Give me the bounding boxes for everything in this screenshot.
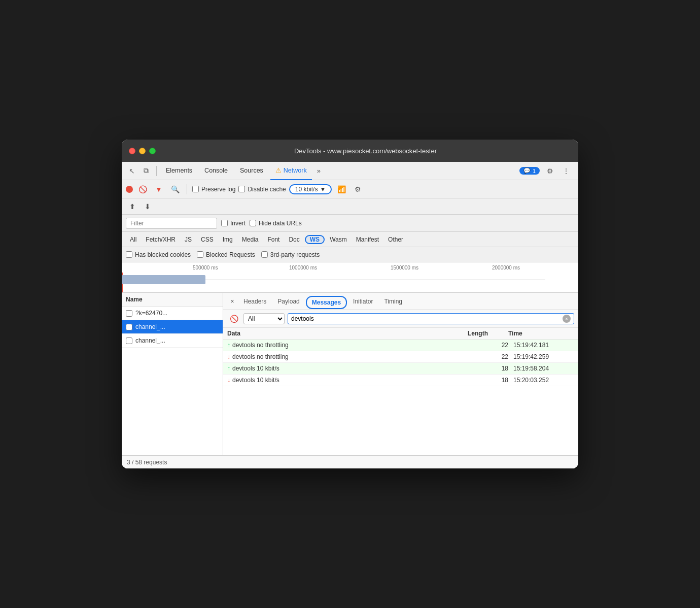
message-data-2: ↓ devtools no throttling bbox=[227, 353, 468, 360]
tab-timing[interactable]: Timing bbox=[379, 293, 407, 310]
tab-elements[interactable]: Elements bbox=[161, 162, 197, 180]
hide-data-urls-checkbox[interactable] bbox=[250, 220, 256, 226]
type-img[interactable]: Img bbox=[219, 235, 237, 244]
hide-data-urls-label[interactable]: Hide data URLs bbox=[250, 220, 302, 227]
nav-toolbar: ↖ ⧉ Elements Console Sources ⚠ Network »… bbox=[122, 162, 578, 180]
upload-arrow-icon: ↑ bbox=[227, 342, 230, 349]
type-ws[interactable]: WS bbox=[305, 235, 325, 244]
chat-icon: 💬 bbox=[523, 167, 531, 174]
type-fetch-xhr[interactable]: Fetch/XHR bbox=[142, 235, 180, 244]
message-time-3: 15:19:58.204 bbox=[508, 365, 574, 372]
table-row[interactable]: ↑ devtools no throttling 22 15:19:42.181 bbox=[223, 340, 578, 351]
type-font[interactable]: Font bbox=[263, 235, 284, 244]
type-wasm[interactable]: Wasm bbox=[326, 235, 351, 244]
message-search-clear[interactable]: × bbox=[563, 315, 571, 323]
timeline-ruler: 500000 ms 1000000 ms 1500000 ms 2000000 … bbox=[122, 262, 578, 273]
upload-arrow-icon: ↑ bbox=[227, 365, 230, 372]
throttle-selector[interactable]: 10 kbit/s ▼ bbox=[289, 184, 332, 194]
message-length-4: 18 bbox=[468, 377, 508, 384]
tab-headers[interactable]: Headers bbox=[238, 293, 271, 310]
layers-icon[interactable]: ⧉ bbox=[140, 165, 152, 177]
type-js[interactable]: JS bbox=[181, 235, 196, 244]
filter-input[interactable] bbox=[126, 218, 217, 229]
message-time-4: 15:20:03.252 bbox=[508, 377, 574, 384]
network-settings-icon[interactable]: ⚙ bbox=[351, 183, 364, 196]
toolbar-right-icons: 💬 1 ⚙ ⋮ bbox=[517, 165, 574, 177]
minimize-button[interactable] bbox=[139, 148, 146, 154]
titlebar: DevTools - www.piesocket.com/websocket-t… bbox=[122, 140, 578, 162]
tab-messages[interactable]: Messages bbox=[306, 296, 347, 309]
table-row[interactable]: ↓ devtools no throttling 22 15:19:42.259 bbox=[223, 351, 578, 363]
settings-icon[interactable]: ⚙ bbox=[544, 165, 556, 177]
download-arrow-icon: ↓ bbox=[227, 353, 230, 360]
tab-network[interactable]: ⚠ Network bbox=[270, 162, 312, 180]
search-icon[interactable]: 🔍 bbox=[168, 183, 182, 196]
file-item-2[interactable]: channel_... bbox=[122, 320, 223, 334]
preserve-log-label[interactable]: Preserve log bbox=[192, 186, 235, 193]
type-other[interactable]: Other bbox=[384, 235, 407, 244]
message-time-2: 15:19:42.259 bbox=[508, 353, 574, 360]
message-length-2: 22 bbox=[468, 353, 508, 360]
timeline-blue-bar bbox=[122, 275, 205, 284]
export-icon[interactable]: ⬇ bbox=[141, 200, 154, 213]
import-icon[interactable]: ⬆ bbox=[126, 200, 139, 213]
preserve-log-checkbox[interactable] bbox=[192, 186, 199, 192]
file-list: Name ?k=62470... channel_... channel_... bbox=[122, 293, 223, 455]
window-title: DevTools - www.piesocket.com/websocket-t… bbox=[160, 147, 571, 155]
timeline-gray-line bbox=[205, 280, 545, 280]
type-filter-row: All Fetch/XHR JS CSS Img Media Font Doc … bbox=[122, 232, 578, 247]
file-checkbox-3[interactable] bbox=[126, 337, 132, 344]
type-manifest[interactable]: Manifest bbox=[352, 235, 383, 244]
type-all[interactable]: All bbox=[126, 235, 141, 244]
third-party-checkbox[interactable] bbox=[261, 251, 268, 258]
network-toolbar: 🚫 ▼ 🔍 Preserve log Disable cache 10 kbit… bbox=[122, 180, 578, 198]
invert-checkbox[interactable] bbox=[221, 220, 228, 226]
messages-tabs: × Headers Payload Messages Initiator Tim… bbox=[223, 293, 578, 310]
tab-initiator[interactable]: Initiator bbox=[348, 293, 378, 310]
blocked-requests-label[interactable]: Blocked Requests bbox=[197, 251, 255, 258]
third-party-label[interactable]: 3rd-party requests bbox=[261, 251, 320, 258]
file-checkbox-2[interactable] bbox=[126, 324, 132, 330]
invert-label[interactable]: Invert bbox=[221, 220, 246, 227]
message-type-select[interactable]: All Sent Received bbox=[243, 313, 285, 324]
more-tabs-button[interactable]: » bbox=[314, 162, 324, 180]
close-panel-button[interactable]: × bbox=[227, 293, 237, 310]
record-button[interactable] bbox=[126, 186, 133, 193]
wifi-icon[interactable]: 📶 bbox=[335, 183, 348, 196]
filter-blocked-icon[interactable]: 🚫 bbox=[227, 312, 240, 325]
file-item-1[interactable]: ?k=62470... bbox=[122, 307, 223, 320]
file-list-header: Name bbox=[122, 293, 223, 307]
filter-icon[interactable]: ▼ bbox=[152, 183, 165, 196]
tab-sources[interactable]: Sources bbox=[235, 162, 268, 180]
message-length-3: 18 bbox=[468, 365, 508, 372]
devtools-body: ↖ ⧉ Elements Console Sources ⚠ Network »… bbox=[122, 162, 578, 468]
disable-cache-checkbox[interactable] bbox=[238, 186, 245, 192]
message-search-input[interactable] bbox=[291, 315, 561, 322]
type-doc[interactable]: Doc bbox=[285, 235, 303, 244]
blocked-cookies-checkbox[interactable] bbox=[126, 251, 132, 258]
blocked-requests-checkbox[interactable] bbox=[197, 251, 203, 258]
table-header: Data Length Time bbox=[223, 328, 578, 340]
throttle-value: 10 kbit/s bbox=[295, 186, 318, 193]
main-content: Name ?k=62470... channel_... channel_... bbox=[122, 293, 578, 455]
import-export-toolbar: ⬆ ⬇ bbox=[122, 198, 578, 215]
menu-icon[interactable]: ⋮ bbox=[560, 165, 572, 177]
message-badge[interactable]: 💬 1 bbox=[519, 167, 540, 175]
tab-payload[interactable]: Payload bbox=[272, 293, 304, 310]
type-css[interactable]: CSS bbox=[197, 235, 218, 244]
table-row[interactable]: ↓ devtools 10 kbit/s 18 15:20:03.252 bbox=[223, 375, 578, 386]
maximize-button[interactable] bbox=[149, 148, 156, 154]
tab-console[interactable]: Console bbox=[199, 162, 233, 180]
cursor-tool-icon[interactable]: ↖ bbox=[126, 165, 138, 177]
blocked-cookies-label[interactable]: Has blocked cookies bbox=[126, 251, 191, 258]
timeline-bar-area bbox=[122, 273, 578, 292]
message-length-1: 22 bbox=[468, 342, 508, 349]
file-item-3[interactable]: channel_... bbox=[122, 334, 223, 348]
disable-cache-label[interactable]: Disable cache bbox=[238, 186, 286, 193]
clear-icon[interactable]: 🚫 bbox=[136, 183, 149, 196]
table-row[interactable]: ↑ devtools 10 kbit/s 18 15:19:58.204 bbox=[223, 363, 578, 375]
file-checkbox-1[interactable] bbox=[126, 310, 132, 317]
toolbar-divider-1 bbox=[156, 166, 157, 176]
close-button[interactable] bbox=[129, 148, 135, 154]
type-media[interactable]: Media bbox=[238, 235, 263, 244]
